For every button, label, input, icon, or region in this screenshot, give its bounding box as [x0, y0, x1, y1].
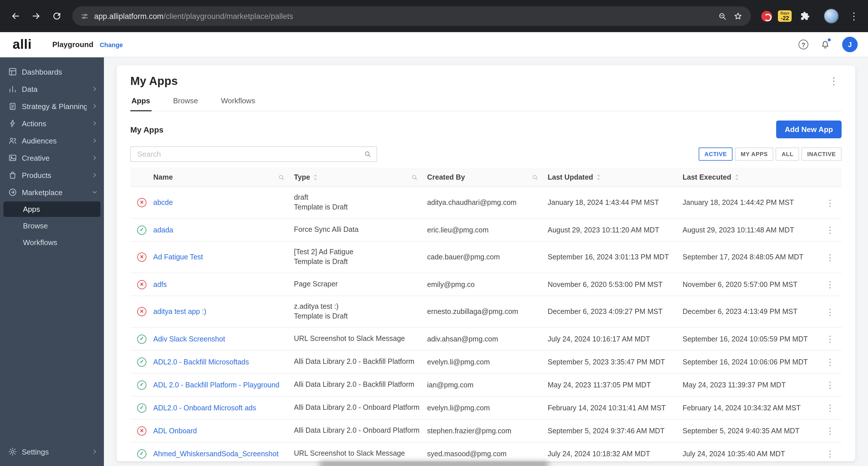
app-name-link[interactable]: abcde — [153, 198, 173, 207]
url-text: app.alliplatform.com/client/playground/m… — [94, 12, 712, 20]
row-menu-button[interactable]: ⋮ — [823, 279, 837, 290]
app-name-link[interactable]: adfs — [153, 280, 167, 288]
chevron-right-icon — [91, 448, 98, 455]
url-path: /client/playground/marketplace/pallets — [164, 12, 293, 20]
filter-button[interactable]: ACTIVE — [699, 148, 733, 161]
app-type: draft Template is Draft — [294, 193, 427, 212]
column-header-name[interactable]: Name — [153, 173, 294, 181]
app-type: Page Scraper — [294, 279, 427, 289]
app-header: alli Playground Change ? J — [0, 32, 868, 57]
column-header-created-by[interactable]: Created By — [427, 173, 548, 181]
last-updated: September 5, 2024 9:37:46 AM MDT — [548, 427, 683, 435]
settings-gear-icon — [8, 447, 17, 456]
column-search-icon[interactable] — [411, 174, 418, 181]
alli-logo[interactable]: alli — [12, 37, 32, 52]
forward-arrow-icon — [31, 11, 41, 21]
dashboards-icon — [8, 67, 17, 76]
created-by: cade.bauer@pmg.com — [427, 253, 548, 261]
filter-button[interactable]: ALL — [776, 148, 799, 161]
back-button[interactable] — [6, 6, 25, 26]
change-workspace-link[interactable]: Change — [100, 41, 123, 48]
refresh-icon — [52, 11, 62, 21]
last-executed: December 6, 2023 4:13:49 PM MST — [683, 308, 818, 316]
last-executed: July 24, 2024 10:35:40 AM MDT — [683, 449, 818, 458]
tab[interactable]: Apps — [130, 91, 151, 111]
app-name-link[interactable]: aditya test app :) — [153, 308, 206, 316]
row-menu-button[interactable]: ⋮ — [823, 197, 837, 208]
sidebar-item-creative[interactable]: Creative — [0, 149, 104, 166]
column-header-type[interactable]: Type — [294, 173, 427, 181]
app-name-link[interactable]: Ad Fatigue Test — [153, 253, 203, 261]
days-counter-extension[interactable]: Days -22 — [778, 10, 792, 22]
site-info-icon[interactable] — [81, 12, 89, 20]
sort-icon[interactable] — [734, 174, 739, 181]
app-name-link[interactable]: ADL Onboard — [153, 427, 197, 435]
card-menu-button[interactable]: ⋮ — [826, 75, 842, 87]
forward-button[interactable] — [26, 6, 46, 26]
last-executed: September 5, 2024 9:40:35 AM MDT — [683, 427, 818, 435]
app-name-link[interactable]: Adiv Slack Screenshot — [153, 335, 225, 343]
sort-icon[interactable] — [313, 174, 318, 181]
sidebar-item-settings[interactable]: Settings — [0, 443, 104, 460]
sidebar-item-marketplace[interactable]: Marketplace — [0, 184, 104, 201]
app-name-link[interactable]: ADL 2.0 - Backfill Platform - Playground — [153, 381, 280, 389]
table-row: aditya test app :) z.aditya test :) Temp… — [130, 296, 842, 328]
row-menu-button[interactable]: ⋮ — [823, 356, 837, 367]
table-row: adfs Page Scraper emily@pmg.co November … — [130, 273, 842, 296]
filter-button[interactable]: MY APPS — [735, 148, 774, 161]
search-input[interactable] — [136, 149, 364, 159]
browser-menu-button[interactable]: ⋮ — [846, 10, 862, 22]
help-button[interactable]: ? — [799, 40, 808, 49]
browser-toolbar: app.alliplatform.com/client/playground/m… — [0, 0, 868, 32]
extension-icon-red[interactable] — [762, 11, 772, 22]
app-name-link[interactable]: adada — [153, 226, 174, 234]
sidebar-subitem[interactable]: Apps — [3, 201, 100, 217]
notifications-button[interactable] — [820, 39, 831, 50]
header-actions: ? J — [799, 37, 858, 52]
app-name-link[interactable]: Ahmed_WhiskersandSoda_Screenshot — [153, 449, 278, 458]
sidebar-item-audiences[interactable]: Audiences — [0, 132, 104, 149]
marketplace-icon — [8, 188, 17, 197]
column-header-last-executed[interactable]: Last Executed — [683, 173, 818, 181]
extensions-button[interactable] — [800, 10, 811, 22]
app-name-link[interactable]: ADL2.0 - Onboard Microsoft ads — [153, 404, 256, 412]
app-type: Alli Data Library 2.0 - Onboard Platform — [294, 426, 427, 436]
sidebar-item-strategy-planning[interactable]: Strategy & Planning — [0, 98, 104, 115]
row-menu-button[interactable]: ⋮ — [823, 402, 837, 413]
bookmark-button[interactable] — [733, 11, 743, 21]
column-header-last-updated[interactable]: Last Updated — [548, 173, 683, 181]
browser-profile-avatar[interactable] — [824, 9, 839, 24]
add-new-app-button[interactable]: Add New App — [776, 121, 842, 138]
row-menu-button[interactable]: ⋮ — [823, 334, 837, 344]
row-menu-button[interactable]: ⋮ — [823, 379, 837, 390]
row-menu-button[interactable]: ⋮ — [823, 306, 837, 317]
row-menu-button[interactable]: ⋮ — [823, 252, 837, 262]
sidebar-item-data[interactable]: Data — [0, 80, 104, 98]
chevron-down-icon — [91, 189, 98, 196]
sidebar-subitem[interactable]: Browse — [3, 218, 100, 234]
refresh-button[interactable] — [47, 6, 67, 26]
column-search-icon[interactable] — [532, 174, 538, 181]
sidebar-subitem[interactable]: Workflows — [3, 235, 100, 250]
row-menu-button[interactable]: ⋮ — [823, 425, 837, 436]
created-by: eric.lieu@pmg.com — [427, 226, 548, 234]
sidebar-item-actions[interactable]: Actions — [0, 115, 104, 132]
tab[interactable]: Workflows — [220, 91, 256, 111]
audiences-icon — [8, 136, 17, 145]
sidebar-item-dashboards[interactable]: Dashboards — [0, 63, 104, 80]
sort-icon[interactable] — [596, 174, 601, 181]
zoom-button[interactable] — [717, 11, 727, 21]
url-bar[interactable]: app.alliplatform.com/client/playground/m… — [72, 6, 751, 26]
status-icon — [137, 225, 146, 235]
app-type: URL Screenshot to Slack Message — [294, 334, 427, 344]
app-name-link[interactable]: ADL2.0 - Backfill Microsoftads — [153, 358, 249, 366]
tab[interactable]: Browse — [172, 91, 199, 111]
filter-button[interactable]: INACTIVE — [801, 148, 842, 161]
row-menu-button[interactable]: ⋮ — [823, 224, 837, 235]
row-menu-button[interactable]: ⋮ — [823, 448, 837, 459]
column-search-icon[interactable] — [278, 174, 285, 181]
user-avatar[interactable]: J — [842, 37, 858, 52]
strategy-icon — [8, 101, 17, 111]
sidebar-item-products[interactable]: Products — [0, 166, 104, 184]
table-row: ADL2.0 - Backfill Microsoftads Alli Data… — [130, 351, 842, 374]
